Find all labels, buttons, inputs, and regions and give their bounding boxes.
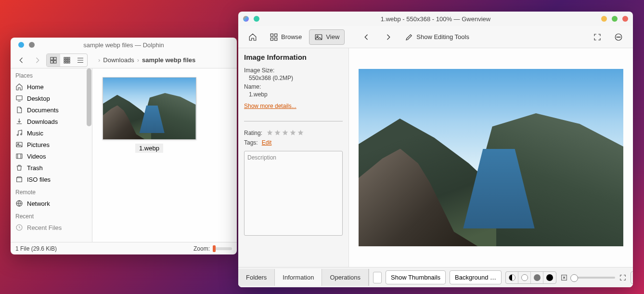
places-label: Music: [27, 130, 43, 137]
tags-label: Tags:: [244, 139, 258, 146]
places-label: Desktop: [27, 95, 50, 102]
dolphin-statusbar: 1 File (29.6 KiB) Zoom:: [11, 242, 237, 254]
places-music[interactable]: Music: [11, 127, 92, 139]
rating-label: Rating:: [244, 130, 262, 136]
dolphin-toolbar: › Downloads › sample webp files: [11, 52, 237, 68]
places-scrollbar[interactable]: [86, 68, 91, 242]
remote-header: Remote: [11, 185, 92, 198]
browse-label: Browse: [281, 33, 302, 40]
file-area[interactable]: 1.webp: [92, 68, 237, 242]
places-desktop[interactable]: Desktop: [11, 93, 92, 104]
breadcrumb-current[interactable]: sample webp files: [142, 56, 195, 64]
places-trash[interactable]: Trash: [11, 162, 92, 174]
swatch-halfblack[interactable]: [506, 272, 518, 283]
places-videos[interactable]: Videos: [11, 150, 92, 162]
rating-stars[interactable]: [266, 129, 304, 136]
menu-button[interactable]: [609, 29, 628, 45]
view-mode-group: [46, 53, 88, 67]
zoom-fit-icon[interactable]: [619, 274, 627, 281]
zoom-combo[interactable]: Fit: [631, 271, 633, 284]
svg-rect-22: [16, 154, 22, 158]
file-item[interactable]: 1.webp: [101, 77, 197, 153]
description-input[interactable]: Description: [244, 151, 343, 236]
tab-folders[interactable]: Folders: [238, 269, 275, 286]
gwen-dot[interactable]: [254, 16, 259, 22]
svg-rect-5: [66, 57, 68, 59]
zoom-slider[interactable]: [572, 277, 615, 279]
dolphin-dot-2[interactable]: [29, 42, 35, 48]
more-details-link[interactable]: Show more details...: [244, 103, 343, 109]
view-button[interactable]: View: [309, 29, 345, 45]
edit-tools-label: Show Editing Tools: [416, 33, 469, 40]
places-network[interactable]: Network: [11, 198, 92, 209]
back-button[interactable]: [15, 54, 28, 67]
thumbnail-toggle-icon[interactable]: [373, 272, 382, 283]
background-color-button[interactable]: Background …: [450, 270, 502, 284]
zoom-actual-icon[interactable]: [560, 274, 568, 281]
breadcrumb-downloads[interactable]: Downloads: [103, 56, 134, 64]
swatch-white[interactable]: [518, 272, 531, 283]
places-pictures[interactable]: Pictures: [11, 139, 92, 150]
breadcrumb-sep-icon: ›: [98, 56, 100, 64]
svg-rect-1: [54, 57, 56, 60]
next-image-button[interactable]: [378, 29, 398, 45]
info-heading: Image Information: [244, 53, 343, 61]
places-downloads[interactable]: Downloads: [11, 116, 92, 127]
svg-rect-8: [66, 59, 68, 61]
gwen-app-icon: [243, 16, 249, 22]
tags-edit-link[interactable]: Edit: [262, 139, 272, 146]
places-iso[interactable]: ISO files: [11, 174, 92, 185]
prev-image-button[interactable]: [357, 29, 376, 45]
file-name-label: 1.webp: [135, 144, 163, 153]
places-recent-files[interactable]: Recent Files: [11, 222, 92, 233]
compact-view-button[interactable]: [60, 54, 74, 67]
maximize-button[interactable]: [612, 16, 618, 22]
places-home[interactable]: Home: [11, 81, 92, 93]
minimize-button[interactable]: [601, 16, 607, 22]
show-thumbnails-button[interactable]: Show Thumbnails: [386, 270, 446, 284]
browse-button[interactable]: Browse: [264, 29, 307, 45]
size-label: Image Size:: [244, 67, 343, 74]
svg-point-37: [619, 37, 620, 38]
close-button[interactable]: [622, 16, 628, 22]
description-placeholder: Description: [247, 154, 276, 161]
swatch-grey[interactable]: [531, 272, 543, 283]
zoom-slider[interactable]: [213, 247, 232, 250]
recent-header: Recent: [11, 209, 92, 222]
view-label: View: [326, 33, 339, 40]
places-label: Trash: [27, 164, 43, 172]
swatch-black[interactable]: [543, 272, 556, 283]
icons-view-button[interactable]: [47, 54, 60, 67]
places-label: Home: [27, 83, 44, 91]
svg-rect-3: [54, 60, 56, 63]
places-label: Downloads: [27, 118, 58, 125]
details-view-button[interactable]: [74, 54, 87, 67]
places-documents[interactable]: Documents: [11, 104, 92, 116]
tab-information[interactable]: Information: [275, 269, 322, 286]
background-swatches: [505, 271, 556, 284]
tab-operations[interactable]: Operations: [322, 269, 369, 286]
svg-rect-11: [66, 62, 68, 63]
svg-rect-29: [275, 34, 277, 36]
dolphin-dot-1[interactable]: [18, 42, 24, 48]
svg-rect-31: [275, 38, 277, 40]
svg-rect-30: [270, 38, 273, 40]
places-label: ISO files: [27, 176, 51, 183]
gwen-titlebar: 1.webp - 550x368 - 100% — Gwenview: [238, 12, 633, 26]
home-button[interactable]: [243, 29, 262, 45]
forward-button[interactable]: [31, 54, 43, 67]
info-pane: Image Information Image Size: 550x368 (0…: [238, 48, 349, 267]
fullscreen-button[interactable]: [588, 29, 607, 45]
places-label: Videos: [27, 153, 46, 160]
places-label: Network: [27, 200, 50, 207]
status-text: 1 File (29.6 KiB): [15, 245, 57, 252]
image-viewport[interactable]: [349, 48, 633, 267]
size-value: 550x368 (0.2MP): [244, 75, 343, 81]
places-label: Documents: [27, 107, 59, 114]
breadcrumb-sep-icon: ›: [137, 56, 139, 64]
svg-rect-2: [51, 60, 53, 63]
edit-tools-button[interactable]: Show Editing Tools: [399, 29, 475, 45]
dolphin-titlebar: sample webp files — Dolphin: [11, 38, 237, 52]
svg-rect-28: [270, 34, 273, 36]
svg-point-35: [617, 37, 618, 38]
